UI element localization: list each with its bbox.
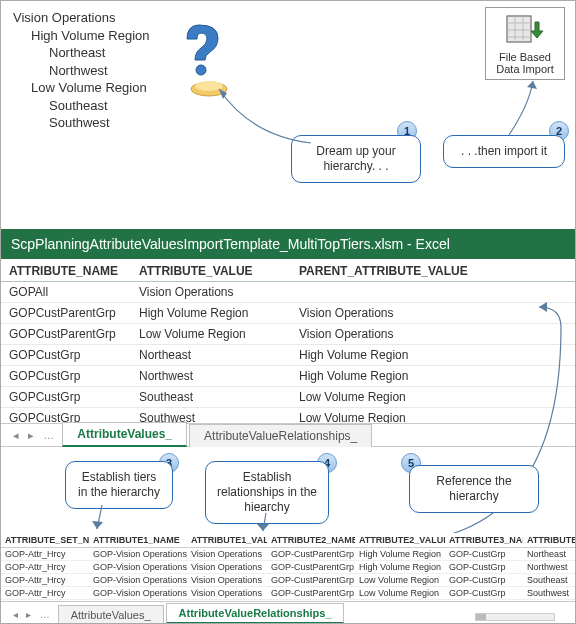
sheet-nav-arrows-icon[interactable]: ◂ ▸ …: [13, 429, 54, 446]
callout-4: Establish relationships in the hiearchy: [205, 461, 329, 524]
table-cell: Low Volume Region: [355, 574, 445, 587]
svg-marker-11: [527, 81, 537, 89]
table-cell: GOPCustGrp: [1, 345, 131, 366]
table-cell: GOP-CustGrp: [445, 587, 523, 600]
hier-line: Southeast: [49, 97, 150, 115]
callout-3-text: Establish tiers in the hierarchy: [78, 470, 160, 499]
col2-attr2-value: ATTRIBUTE2_VALUE: [355, 533, 445, 548]
table-cell: Vision Operations: [291, 303, 575, 324]
hierarchy-sketch: Vision Operations High Volume Region Nor…: [13, 9, 150, 132]
svg-point-0: [196, 65, 206, 75]
table-row: GOPCustParentGrpLow Volume RegionVision …: [1, 324, 575, 345]
table-cell: GOP-CustParentGrp: [267, 587, 355, 600]
table-cell: Northeast: [131, 345, 291, 366]
table-row: GOP-Attr_HrcyGOP-Vision OperationsVision…: [1, 548, 576, 561]
table-cell: Vision Operations: [291, 324, 575, 345]
tab-attribute-values-lower[interactable]: AttributeValues_: [58, 605, 164, 624]
table-row: GOPCustGrpNortheastHigh Volume Region: [1, 345, 575, 366]
svg-marker-14: [257, 524, 269, 531]
table-cell: GOPCustParentGrp: [1, 303, 131, 324]
question-mark-icon: [179, 15, 239, 102]
table-cell: GOP-Attr_Hrcy: [1, 574, 89, 587]
table-cell: High Volume Region: [291, 366, 575, 387]
table-row: GOPCustGrpNorthwestHigh Volume Region: [1, 366, 575, 387]
horizontal-scrollbar[interactable]: [475, 613, 555, 621]
attribute-relationships-table: ATTRIBUTE_SET_NAME ATTRIBUTE1_NAME ATTRI…: [1, 533, 576, 600]
table-cell: Vision Operations: [131, 282, 291, 303]
table-cell: Northwest: [131, 366, 291, 387]
table-cell: GOP-Vision Operations: [89, 587, 187, 600]
hier-line: High Volume Region: [31, 27, 150, 45]
excel-titlebar-text: ScpPlanningAttributeValuesImportTemplate…: [11, 236, 450, 252]
table-cell: GOPCustGrp: [1, 387, 131, 408]
table-cell: GOP-CustParentGrp: [267, 574, 355, 587]
table-cell: GOP-Vision Operations: [89, 561, 187, 574]
table-cell: Vision Operations: [187, 561, 267, 574]
callout-2-text: . . .then import it: [461, 144, 547, 158]
table-cell: Low Volume Region: [131, 324, 291, 345]
table-cell: High Volume Region: [131, 303, 291, 324]
table-cell: High Volume Region: [355, 548, 445, 561]
callout-5-text: Reference the hierarchy: [436, 474, 511, 503]
table-cell: Vision Operations: [187, 574, 267, 587]
hier-line: Southwest: [49, 114, 150, 132]
hier-line: Northeast: [49, 44, 150, 62]
callout-5: Reference the hierarchy: [409, 465, 539, 513]
table-cell: Southeast: [523, 574, 576, 587]
table-row: GOP-Attr_HrcyGOP-Vision OperationsVision…: [1, 574, 576, 587]
table-cell: GOPCustParentGrp: [1, 324, 131, 345]
table-cell: High Volume Region: [291, 345, 575, 366]
table-cell: Northeast: [523, 548, 576, 561]
table-cell: GOP-CustGrp: [445, 548, 523, 561]
table-cell: GOP-Attr_Hrcy: [1, 587, 89, 600]
table-row: GOPCustGrpSoutheastLow Volume Region: [1, 387, 575, 408]
table-cell: Low Volume Region: [291, 387, 575, 408]
excel-titlebar: ScpPlanningAttributeValuesImportTemplate…: [1, 229, 575, 259]
callout-4-text: Establish relationships in the hiearchy: [217, 470, 317, 514]
table-cell: GOP-CustGrp: [445, 561, 523, 574]
col2-attr-set-name: ATTRIBUTE_SET_NAME: [1, 533, 89, 548]
import-button-label-2: Data Import: [488, 63, 562, 75]
callout-1-text: Dream up your hierarchy. . .: [316, 144, 395, 173]
col-attribute-value: ATTRIBUTE_VALUE: [131, 259, 291, 282]
table-row: GOP-Attr_HrcyGOP-Vision OperationsVision…: [1, 561, 576, 574]
tab-attribute-value-relationships[interactable]: AttributeValueRelationships_: [189, 424, 372, 447]
sheet-nav-arrows-icon[interactable]: ◂ ▸ …: [13, 609, 50, 623]
callout-3: Establish tiers in the hierarchy: [65, 461, 173, 509]
table-cell: Northwest: [523, 561, 576, 574]
import-button-label-1: File Based: [488, 51, 562, 63]
table-cell: GOP-Vision Operations: [89, 548, 187, 561]
worksheet-tabs-lower: ◂ ▸ … AttributeValues_ AttributeValueRel…: [1, 601, 575, 623]
table-cell: GOPCustGrp: [1, 366, 131, 387]
excel-import-icon: [488, 12, 562, 49]
table-cell: High Volume Region: [355, 561, 445, 574]
col-attribute-name: ATTRIBUTE_NAME: [1, 259, 131, 282]
file-based-data-import-button[interactable]: File Based Data Import: [485, 7, 565, 80]
attribute-values-table: ATTRIBUTE_NAME ATTRIBUTE_VALUE PARENT_AT…: [1, 259, 575, 429]
hier-line: Low Volume Region: [31, 79, 150, 97]
col2-attr3-name: ATTRIBUTE3_NAME: [445, 533, 523, 548]
callout-2: . . .then import it: [443, 135, 565, 168]
svg-point-2: [195, 81, 223, 91]
hier-line: Vision Operations: [13, 9, 150, 27]
col2-attr2-name: ATTRIBUTE2_NAME: [267, 533, 355, 548]
table-cell: GOPAll: [1, 282, 131, 303]
table-cell: GOP-Attr_Hrcy: [1, 561, 89, 574]
table-cell: Low Volume Region: [355, 587, 445, 600]
worksheet-tabs-upper: ◂ ▸ … AttributeValues_ AttributeValueRel…: [1, 423, 575, 447]
table-cell: GOP-CustParentGrp: [267, 561, 355, 574]
table-cell: GOP-CustGrp: [445, 574, 523, 587]
table-row: GOPAllVision Operations: [1, 282, 575, 303]
table-cell: GOP-Attr_Hrcy: [1, 548, 89, 561]
table-cell: Vision Operations: [187, 587, 267, 600]
col2-attr1-value: ATTRIBUTE1_VALUE: [187, 533, 267, 548]
col2-attr3-value: ATTRIBUTE3_VALUE: [523, 533, 576, 548]
svg-rect-3: [507, 16, 531, 42]
col2-attr1-name: ATTRIBUTE1_NAME: [89, 533, 187, 548]
table-cell: Vision Operations: [187, 548, 267, 561]
tab-attribute-value-relationships-lower[interactable]: AttributeValueRelationships_: [166, 603, 345, 624]
table-cell: Southeast: [131, 387, 291, 408]
table-cell: GOP-Vision Operations: [89, 574, 187, 587]
table-row: GOPCustParentGrpHigh Volume RegionVision…: [1, 303, 575, 324]
tab-attribute-values[interactable]: AttributeValues_: [62, 422, 187, 447]
